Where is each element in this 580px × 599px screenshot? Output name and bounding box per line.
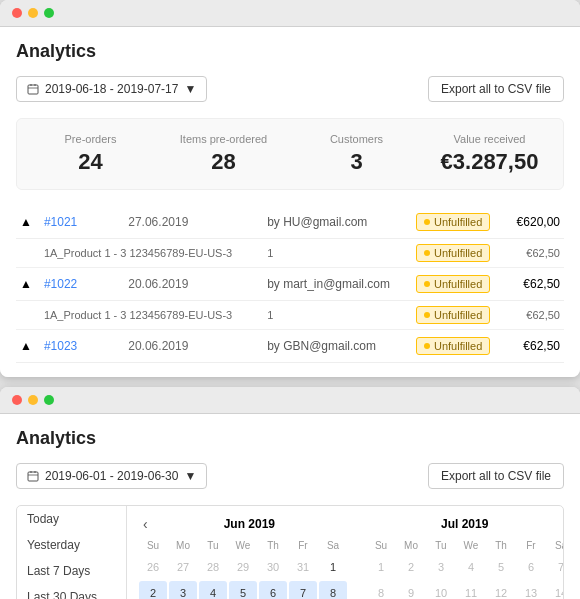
july-calendar: Jul 2019 › SuMoTuWeThFrSa123456789101112… <box>367 516 564 599</box>
sub-row: 1A_Product 1 - 3 123456789-EU-US-3 1 Unf… <box>16 239 564 268</box>
jun-month-label: Jun 2019 <box>152 517 347 531</box>
jun-nav: ‹ Jun 2019 <box>139 516 347 532</box>
value-amount: €3.287,50 <box>428 149 551 175</box>
stats-row: Pre-orders 24 Items pre-ordered 28 Custo… <box>16 118 564 190</box>
order-amount: €62,50 <box>506 268 564 301</box>
export-button[interactable]: Export all to CSV file <box>428 76 564 102</box>
cal-day[interactable]: 6 <box>259 581 287 599</box>
cal-header: Mo <box>169 538 197 553</box>
maximize-dot[interactable] <box>44 8 54 18</box>
items-label: Items pre-ordered <box>162 133 285 145</box>
orders-table: ▲ #1021 27.06.2019 by HU@gmail.com Unful… <box>16 206 564 363</box>
badge-dot <box>424 343 430 349</box>
sub-amount: €62,50 <box>506 239 564 268</box>
cal-day[interactable]: 26 <box>139 555 167 579</box>
preset-item[interactable]: Today <box>17 506 126 532</box>
sub-qty: 1 <box>263 239 412 268</box>
close-dot-2[interactable] <box>12 395 22 405</box>
presets-sidebar: TodayYesterdayLast 7 DaysLast 30 DaysThi… <box>17 506 127 599</box>
cal-day[interactable]: 2 <box>397 555 425 579</box>
items-value: 28 <box>162 149 285 175</box>
june-calendar: ‹ Jun 2019 SuMoTuWeThFrSa262728293031123… <box>139 516 347 599</box>
preset-item[interactable]: Yesterday <box>17 532 126 558</box>
sub-badge-dot <box>424 312 430 318</box>
close-dot[interactable] <box>12 8 22 18</box>
cal-day[interactable]: 8 <box>319 581 347 599</box>
sub-status-badge: Unfulfilled <box>416 306 490 324</box>
sub-status-badge: Unfulfilled <box>416 244 490 262</box>
cal-day[interactable]: 28 <box>199 555 227 579</box>
stat-value: Value received €3.287,50 <box>428 133 551 175</box>
cal-day[interactable]: 10 <box>427 581 455 599</box>
calendar-dropdown: TodayYesterdayLast 7 DaysLast 30 DaysThi… <box>16 505 564 599</box>
status-badge: Unfulfilled <box>416 275 490 293</box>
prev-month-button[interactable]: ‹ <box>139 516 152 532</box>
cal-day[interactable]: 1 <box>319 555 347 579</box>
preset-item[interactable]: Last 30 Days <box>17 584 126 599</box>
table-row[interactable]: ▲ #1023 20.06.2019 by GBN@gmail.com Unfu… <box>16 330 564 363</box>
cal-day[interactable]: 1 <box>367 555 395 579</box>
cal-header: Fr <box>517 538 545 553</box>
cal-day[interactable]: 11 <box>457 581 485 599</box>
preorders-label: Pre-orders <box>29 133 152 145</box>
chevron-icon: ▲ <box>20 339 32 353</box>
cal-day[interactable]: 14 <box>547 581 564 599</box>
date-range-button[interactable]: 2019-06-18 - 2019-07-17 ▼ <box>16 76 207 102</box>
order-id[interactable]: #1023 <box>44 339 77 353</box>
date-range-label-2: 2019-06-01 - 2019-06-30 <box>45 469 178 483</box>
maximize-dot-2[interactable] <box>44 395 54 405</box>
status-badge: Unfulfilled <box>416 213 490 231</box>
cal-day[interactable]: 7 <box>547 555 564 579</box>
table-row[interactable]: ▲ #1022 20.06.2019 by mart_in@gmail.com … <box>16 268 564 301</box>
cal-day[interactable]: 2 <box>139 581 167 599</box>
minimize-dot-2[interactable] <box>28 395 38 405</box>
cal-day[interactable]: 29 <box>229 555 257 579</box>
cal-day[interactable]: 8 <box>367 581 395 599</box>
export-button-2[interactable]: Export all to CSV file <box>428 463 564 489</box>
sub-badge-dot <box>424 250 430 256</box>
cal-day[interactable]: 12 <box>487 581 515 599</box>
window-2: Analytics 2019-06-01 - 2019-06-30 ▼ Expo… <box>0 387 580 599</box>
cal-day[interactable]: 5 <box>487 555 515 579</box>
titlebar-2 <box>0 387 580 414</box>
cal-day[interactable]: 4 <box>457 555 485 579</box>
customers-value: 3 <box>295 149 418 175</box>
minimize-dot[interactable] <box>28 8 38 18</box>
calendar-icon-2 <box>27 470 39 482</box>
order-date: 27.06.2019 <box>124 206 263 239</box>
chevron-icon: ▲ <box>20 277 32 291</box>
cal-day[interactable]: 9 <box>397 581 425 599</box>
jul-month-label: Jul 2019 <box>367 517 562 531</box>
cal-day[interactable]: 13 <box>517 581 545 599</box>
order-id[interactable]: #1021 <box>44 215 77 229</box>
order-email: by HU@gmail.com <box>263 206 412 239</box>
cal-day[interactable]: 3 <box>169 581 197 599</box>
stat-preorders: Pre-orders 24 <box>29 133 152 175</box>
product-name: 1A_Product 1 - 3 123456789-EU-US-3 <box>44 247 232 259</box>
next-month-button[interactable]: › <box>562 516 564 532</box>
cal-day[interactable]: 30 <box>259 555 287 579</box>
cal-day[interactable]: 6 <box>517 555 545 579</box>
cal-header: Sa <box>547 538 564 553</box>
cal-header: Su <box>367 538 395 553</box>
sub-amount: €62,50 <box>506 301 564 330</box>
order-id[interactable]: #1022 <box>44 277 77 291</box>
order-amount: €620,00 <box>506 206 564 239</box>
stat-customers: Customers 3 <box>295 133 418 175</box>
cal-day[interactable]: 4 <box>199 581 227 599</box>
cal-day[interactable]: 7 <box>289 581 317 599</box>
table-row[interactable]: ▲ #1021 27.06.2019 by HU@gmail.com Unful… <box>16 206 564 239</box>
cal-day[interactable]: 5 <box>229 581 257 599</box>
cal-day[interactable]: 27 <box>169 555 197 579</box>
dropdown-arrow-icon: ▼ <box>184 82 196 96</box>
page-title-2: Analytics <box>16 428 564 449</box>
order-email: by mart_in@gmail.com <box>263 268 412 301</box>
preset-item[interactable]: Last 7 Days <box>17 558 126 584</box>
date-range-button-2[interactable]: 2019-06-01 - 2019-06-30 ▼ <box>16 463 207 489</box>
cal-day[interactable]: 31 <box>289 555 317 579</box>
cal-header: We <box>457 538 485 553</box>
cal-header: Mo <box>397 538 425 553</box>
toolbar-1: 2019-06-18 - 2019-07-17 ▼ Export all to … <box>16 76 564 102</box>
badge-dot <box>424 281 430 287</box>
cal-day[interactable]: 3 <box>427 555 455 579</box>
